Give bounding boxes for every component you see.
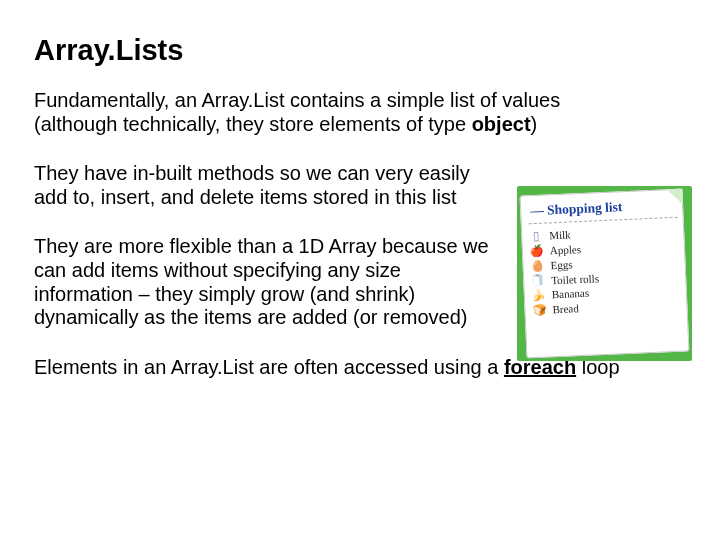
intro-paragraph: Fundamentally, an Array.List contains a … <box>34 89 686 136</box>
intro-object-bold: object <box>472 113 531 135</box>
foreach-text-a: Elements in an Array.List are often acce… <box>34 356 504 378</box>
shopping-list-title: — Shopping list <box>530 197 678 219</box>
methods-paragraph: They have in-built methods so we can ver… <box>34 162 499 209</box>
shopping-list-paper: — Shopping list Milk Apples Eggs Toilet … <box>520 189 690 359</box>
list-item-label: Apples <box>550 242 582 258</box>
milk-icon <box>529 229 544 244</box>
intro-line-2a: (although technically, they store elemen… <box>34 113 472 135</box>
shopping-title-dash: — <box>530 202 548 218</box>
list-item-label: Eggs <box>550 257 573 273</box>
intro-line-2b: ) <box>531 113 538 135</box>
toilet-icon <box>531 274 546 289</box>
list-item-label: Bananas <box>552 286 590 302</box>
banana-icon <box>532 288 547 303</box>
shopping-title-text: Shopping list <box>547 199 623 217</box>
slide-title: Array.Lists <box>34 34 686 67</box>
list-item-label: Toilet rolls <box>551 271 599 288</box>
list-item-label: Bread <box>552 301 579 317</box>
intro-line-1: Fundamentally, an Array.List contains a … <box>34 89 560 111</box>
shopping-list-graphic: — Shopping list Milk Apples Eggs Toilet … <box>517 186 692 361</box>
bread-icon <box>532 303 547 318</box>
slide: Array.Lists Fundamentally, an Array.List… <box>0 0 720 540</box>
apple-icon <box>530 244 545 259</box>
list-item-label: Milk <box>549 227 571 243</box>
shopping-items: Milk Apples Eggs Toilet rolls Bananas Br… <box>529 223 682 318</box>
egg-icon <box>530 259 545 274</box>
flexibility-paragraph: They are more flexible than a 1D Array b… <box>34 235 499 329</box>
